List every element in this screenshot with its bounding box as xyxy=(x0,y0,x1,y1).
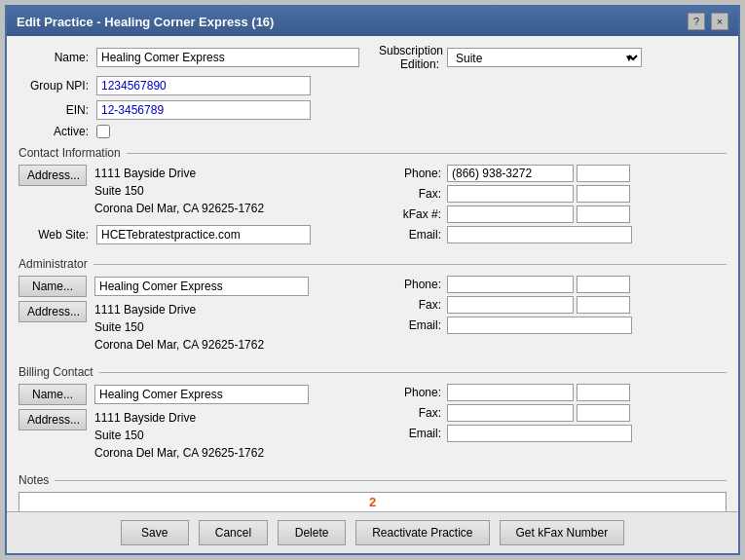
website-input[interactable] xyxy=(96,225,311,244)
billing-address-text: 1111 Bayside Drive Suite 150 Corona Del … xyxy=(94,409,264,462)
kfax-button[interactable]: Get kFax Number xyxy=(500,520,625,545)
billing-phone-ext[interactable] xyxy=(577,384,630,401)
contact-kfax-input[interactable] xyxy=(447,205,574,223)
contact-address-text: 1111 Bayside Drive Suite 150 Corona Del … xyxy=(94,165,264,217)
billing-section-label: Billing Contact xyxy=(19,365,93,379)
billing-name-button[interactable]: Name... xyxy=(19,384,87,405)
group-npi-label: Group NPI: xyxy=(19,79,96,93)
contact-fax-ext[interactable] xyxy=(577,185,630,203)
contact-fax-label: Fax: xyxy=(393,187,447,201)
active-label: Active: xyxy=(19,125,96,138)
billing-address-line1: 1111 Bayside Drive xyxy=(94,409,264,427)
contact-kfax-ext[interactable] xyxy=(577,205,630,223)
delete-button[interactable]: Delete xyxy=(278,520,346,545)
help-button[interactable]: ? xyxy=(688,13,705,30)
billing-name-row: Name... xyxy=(19,384,384,405)
notes-section-header: Notes xyxy=(19,473,726,487)
admin-name-input[interactable] xyxy=(94,277,309,296)
billing-address-block: Address... 1111 Bayside Drive Suite 150 … xyxy=(19,409,384,462)
admin-section-header: Administrator xyxy=(19,257,726,271)
admin-address-block: Address... 1111 Bayside Drive Suite 150 … xyxy=(19,301,384,354)
admin-address-text: 1111 Bayside Drive Suite 150 Corona Del … xyxy=(94,301,264,354)
save-button[interactable]: Save xyxy=(121,520,189,545)
reactivate-button[interactable]: Reactivate Practice xyxy=(355,520,489,545)
admin-section-line xyxy=(93,264,726,265)
close-button[interactable]: × xyxy=(711,13,728,30)
cancel-button[interactable]: Cancel xyxy=(199,520,268,545)
billing-email-label: Email: xyxy=(393,427,447,440)
ein-label: EIN: xyxy=(19,103,96,117)
contact-kfax-row: kFax #: xyxy=(393,205,726,223)
form-content: Name: Subscription Edition: Suite ▼ Grou… xyxy=(7,36,738,511)
admin-email-label: Email: xyxy=(393,318,447,332)
contact-email-label: Email: xyxy=(393,228,447,242)
subscription-select[interactable]: Suite xyxy=(447,48,642,67)
admin-address-line2: Suite 150 xyxy=(94,318,264,336)
admin-address-line1: 1111 Bayside Drive xyxy=(94,301,264,318)
contact-address-block: Address... 1111 Bayside Drive Suite 150 … xyxy=(19,165,384,217)
billing-right: Phone: Fax: Email: xyxy=(384,384,726,466)
admin-fax-label: Fax: xyxy=(393,298,447,312)
billing-address-line3: Corona Del Mar, CA 92625-1762 xyxy=(94,444,264,462)
admin-fax-row: Fax: xyxy=(393,296,726,314)
footer: 2 Save Cancel Delete Reactivate Practice… xyxy=(7,511,738,553)
name-subscription-row: Name: Subscription Edition: Suite ▼ xyxy=(19,44,726,71)
contact-phone-input[interactable] xyxy=(447,165,574,182)
billing-section-line xyxy=(99,372,726,373)
admin-phone-input[interactable] xyxy=(447,276,574,293)
billing-email-row: Email: xyxy=(393,425,726,442)
contact-address-line2: Suite 150 xyxy=(94,182,264,200)
contact-section-label: Contact Information xyxy=(19,146,121,160)
admin-phone-row: Phone: xyxy=(393,276,726,293)
page-indicator: 2 xyxy=(369,495,376,509)
admin-email-input[interactable] xyxy=(447,317,632,334)
contact-section-header: Contact Information xyxy=(19,146,726,160)
website-label: Web Site: xyxy=(19,228,96,242)
contact-right: Phone: Fax: kFax #: Ema xyxy=(384,165,726,249)
admin-address-button[interactable]: Address... xyxy=(19,301,87,322)
contact-phone-ext[interactable] xyxy=(577,165,630,182)
billing-left: Name... Address... 1111 Bayside Drive Su… xyxy=(19,384,384,466)
notes-section-label: Notes xyxy=(19,473,49,487)
contact-phone-row: Phone: xyxy=(393,165,726,182)
contact-address-line1: 1111 Bayside Drive xyxy=(94,165,264,182)
admin-phone-ext[interactable] xyxy=(577,276,630,293)
admin-phone-label: Phone: xyxy=(393,278,447,291)
contact-fax-input[interactable] xyxy=(447,185,574,203)
billing-fax-input[interactable] xyxy=(447,404,574,422)
billing-fax-label: Fax: xyxy=(393,406,447,420)
contact-section-line xyxy=(127,153,726,154)
admin-section-label: Administrator xyxy=(19,257,88,271)
billing-phone-label: Phone: xyxy=(393,386,447,399)
billing-columns: Name... Address... 1111 Bayside Drive Su… xyxy=(19,384,726,466)
admin-columns: Name... Address... 1111 Bayside Drive Su… xyxy=(19,276,726,357)
group-npi-row: Group NPI: xyxy=(19,76,726,95)
contact-left: Address... 1111 Bayside Drive Suite 150 … xyxy=(19,165,384,249)
active-row: Active: xyxy=(19,125,726,138)
billing-fax-ext[interactable] xyxy=(577,404,630,422)
billing-address-button[interactable]: Address... xyxy=(19,409,87,430)
notes-section-line xyxy=(55,480,726,481)
billing-phone-input[interactable] xyxy=(447,384,574,401)
active-checkbox[interactable] xyxy=(96,125,110,138)
contact-fax-row: Fax: xyxy=(393,185,726,203)
ein-row: EIN: xyxy=(19,100,726,120)
ein-input[interactable] xyxy=(96,100,311,120)
name-label: Name: xyxy=(19,51,96,64)
group-npi-input[interactable] xyxy=(96,76,311,95)
admin-fax-input[interactable] xyxy=(447,296,574,314)
admin-address-line3: Corona Del Mar, CA 92625-1762 xyxy=(94,336,264,354)
contact-address-button[interactable]: Address... xyxy=(19,165,87,186)
contact-email-input[interactable] xyxy=(447,226,632,243)
admin-name-button[interactable]: Name... xyxy=(19,276,87,297)
name-input[interactable] xyxy=(96,48,359,67)
billing-fax-row: Fax: xyxy=(393,404,726,422)
website-row: Web Site: xyxy=(19,225,384,244)
billing-name-input[interactable] xyxy=(94,385,309,404)
contact-address-line3: Corona Del Mar, CA 92625-1762 xyxy=(94,200,264,217)
subscription-label: Subscription Edition: xyxy=(379,44,447,71)
billing-section-header: Billing Contact xyxy=(19,365,726,379)
billing-email-input[interactable] xyxy=(447,425,632,442)
admin-fax-ext[interactable] xyxy=(577,296,630,314)
window-title: Edit Practice - Healing Corner Express (… xyxy=(17,15,274,29)
